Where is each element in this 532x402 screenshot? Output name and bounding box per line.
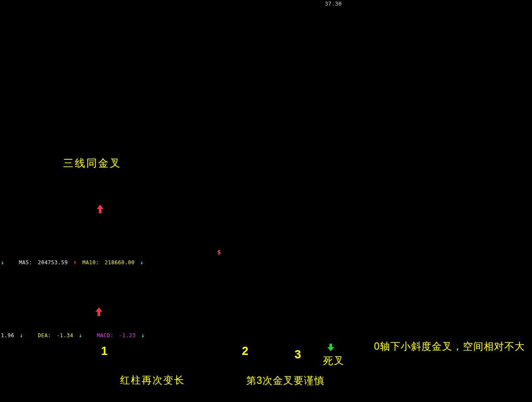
vol-ma5-label: MA5: (19, 260, 32, 266)
dif-down-arrow-icon: ↓ (20, 332, 23, 339)
vol-ma10-value: 218660.00 (104, 260, 135, 266)
stock-chart-app: 三线同金叉 37.30 $ 1 2 3 死叉 0轴下小斜度金叉，空间相对不大 红… (0, 0, 532, 402)
up-arrow-icon (95, 307, 102, 317)
dea-down-arrow-icon: ↓ (79, 332, 82, 339)
macd-label: MACD: (97, 332, 114, 339)
peak-price-label: 37.30 (325, 1, 342, 6)
vol-ma5-value: 204753.59 (38, 260, 68, 266)
cross-number-2: 2 (242, 345, 248, 357)
up-arrow-icon (97, 205, 104, 214)
macd-value: -1.23 (119, 332, 136, 339)
third-cross-note: 第3次金叉要谨慎 (246, 376, 325, 386)
red-bars-note: 红柱再次变长 (120, 375, 185, 385)
vol-ma10-label: MA10: (82, 260, 99, 266)
three-line-golden-cross-note: 三线同金叉 (63, 158, 121, 168)
death-cross-label: 死叉 (323, 356, 345, 366)
macd-header: 1.96 ↓ DEA: -1.34 ↓ MACD: -1.23 ↓ (1, 332, 147, 339)
dea-value: -1.34 (57, 332, 73, 339)
prefix-down-arrow-icon: ↓ (1, 259, 4, 266)
dea-label: DEA: (38, 332, 51, 339)
ma5-up-arrow-icon: ↑ (73, 259, 77, 266)
cross-number-1: 1 (101, 345, 108, 357)
down-arrow-icon (327, 344, 334, 351)
cross-number-3: 3 (294, 349, 301, 361)
low-slope-cross-note: 0轴下小斜度金叉，空间相对不大 (374, 342, 525, 351)
dif-value: 1.96 (1, 332, 14, 339)
macd-down-arrow-icon: ↓ (141, 332, 145, 339)
dividend-marker: $ (217, 249, 221, 255)
ma10-down-arrow-icon: ↓ (140, 259, 143, 266)
volume-ma-header: ↓ MA5: 204753.59 ↑ MA10: 218660.00 ↓ (1, 259, 146, 266)
